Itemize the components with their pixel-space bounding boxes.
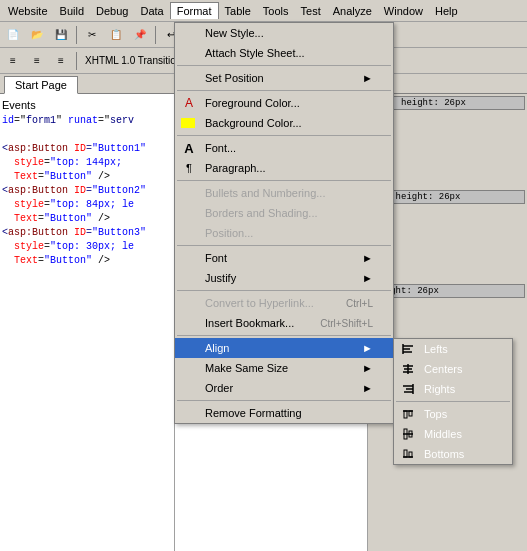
menu-item-bg-color[interactable]: Background Color...: [175, 113, 393, 133]
code-line-btn3-text: Text="Button" />: [2, 254, 172, 268]
submenu-item-lefts[interactable]: Lefts: [394, 339, 512, 359]
menubar-item-window[interactable]: Window: [378, 3, 429, 19]
menu-sep-1: [177, 65, 391, 66]
tab-start-page[interactable]: Start Page: [4, 76, 78, 94]
menubar-item-build[interactable]: Build: [54, 3, 90, 19]
align-lefts-icon: [400, 341, 416, 357]
code-line-btn2: <asp:Button ID="Button2": [2, 184, 172, 198]
align-tops-icon: [400, 406, 416, 422]
align-arrow-icon: ►: [352, 342, 373, 354]
menu-item-remove-format[interactable]: Remove Formatting: [175, 403, 393, 423]
code-line-blank: [2, 128, 172, 142]
code-line-btn1-style: style="top: 144px;: [2, 156, 172, 170]
set-position-arrow-icon: ►: [352, 72, 373, 84]
menu-sep-2: [177, 90, 391, 91]
toolbar-sep-2: [155, 26, 156, 44]
menu-item-new-style[interactable]: New Style...: [175, 23, 393, 43]
paragraph-icon: ¶: [181, 160, 197, 176]
menu-sep-5: [177, 245, 391, 246]
menu-item-font2[interactable]: Font ►: [175, 248, 393, 268]
align-bottoms-icon: [400, 446, 416, 462]
open-btn[interactable]: 📂: [26, 25, 48, 45]
code-line-btn2-text: Text="Button" />: [2, 212, 172, 226]
submenu-item-tops[interactable]: Tops: [394, 404, 512, 424]
same-size-arrow-icon: ►: [352, 362, 373, 374]
font-icon: A: [181, 140, 197, 156]
menu-item-align[interactable]: Align ► Lefts: [175, 338, 393, 358]
menu-item-hyperlink[interactable]: Convert to Hyperlink... Ctrl+L: [175, 293, 393, 313]
justify-arrow-icon: ►: [352, 272, 373, 284]
code-line-1: id="form1" runat="serv: [2, 114, 172, 128]
submenu-sep-1: [396, 401, 510, 402]
order-arrow-icon: ►: [352, 382, 373, 394]
save-btn[interactable]: 💾: [50, 25, 72, 45]
submenu-item-bottoms[interactable]: Bottoms: [394, 444, 512, 464]
align-left-btn[interactable]: ≡: [2, 51, 24, 71]
menubar-item-table[interactable]: Table: [219, 3, 257, 19]
menu-item-order[interactable]: Order ►: [175, 378, 393, 398]
code-line-btn3: <asp:Button ID="Button3": [2, 226, 172, 240]
svg-rect-18: [404, 450, 407, 457]
code-line-btn3-style: style="top: 30px; le: [2, 240, 172, 254]
menu-sep-3: [177, 135, 391, 136]
menu-item-borders[interactable]: Borders and Shading...: [175, 203, 393, 223]
menu-item-justify[interactable]: Justify ►: [175, 268, 393, 288]
menubar-item-test[interactable]: Test: [295, 3, 327, 19]
menubar: Website Build Debug Data Format Table To…: [0, 0, 527, 22]
paste-btn[interactable]: 📌: [129, 25, 151, 45]
menubar-item-analyze[interactable]: Analyze: [327, 3, 378, 19]
format-dropdown-menu[interactable]: New Style... Attach Style Sheet... Set P…: [174, 22, 394, 424]
copy-btn[interactable]: 📋: [105, 25, 127, 45]
menu-item-bullets[interactable]: Bullets and Numbering...: [175, 183, 393, 203]
new-btn[interactable]: 📄: [2, 25, 24, 45]
fg-color-icon: A: [181, 95, 197, 111]
menu-item-set-position[interactable]: Set Position ►: [175, 68, 393, 88]
align-rights-icon: [400, 381, 416, 397]
menubar-item-debug[interactable]: Debug: [90, 3, 134, 19]
menubar-item-format[interactable]: Format: [170, 2, 219, 19]
menu-item-position[interactable]: Position...: [175, 223, 393, 243]
menu-sep-6: [177, 290, 391, 291]
menu-item-attach-style[interactable]: Attach Style Sheet...: [175, 43, 393, 63]
bookmark-shortcut: Ctrl+Shift+L: [300, 318, 373, 329]
code-line-btn1-text: Text="Button" />: [2, 170, 172, 184]
events-label: Events: [2, 98, 172, 114]
menu-sep-4: [177, 180, 391, 181]
menu-sep-7: [177, 335, 391, 336]
menu-item-same-size[interactable]: Make Same Size ►: [175, 358, 393, 378]
menubar-item-tools[interactable]: Tools: [257, 3, 295, 19]
menubar-item-help[interactable]: Help: [429, 3, 464, 19]
toolbar-sep-1: [76, 26, 77, 44]
code-line-btn2-style: style="top: 84px; le: [2, 198, 172, 212]
align-center-btn[interactable]: ≡: [26, 51, 48, 71]
menubar-item-website[interactable]: Website: [2, 3, 54, 19]
bg-color-icon: [181, 118, 195, 128]
submenu-item-rights[interactable]: Rights: [394, 379, 512, 399]
code-line-btn1: <asp:Button ID="Button1": [2, 142, 172, 156]
menu-item-font[interactable]: A Font...: [175, 138, 393, 158]
align-centers-icon: [400, 361, 416, 377]
cut-btn[interactable]: ✂: [81, 25, 103, 45]
align-middles-icon: [400, 426, 416, 442]
menu-item-paragraph[interactable]: ¶ Paragraph...: [175, 158, 393, 178]
svg-rect-12: [404, 411, 407, 418]
hyperlink-shortcut: Ctrl+L: [326, 298, 373, 309]
align-submenu[interactable]: Lefts Centers: [393, 338, 513, 465]
font2-arrow-icon: ►: [352, 252, 373, 264]
align-right-btn[interactable]: ≡: [50, 51, 72, 71]
submenu-item-centers[interactable]: Centers: [394, 359, 512, 379]
code-panel: Events id="form1" runat="serv <asp:Butto…: [0, 94, 175, 551]
menu-item-fg-color[interactable]: A Foreground Color...: [175, 93, 393, 113]
submenu-item-middles[interactable]: Middles: [394, 424, 512, 444]
menu-sep-8: [177, 400, 391, 401]
menu-item-bookmark[interactable]: Insert Bookmark... Ctrl+Shift+L: [175, 313, 393, 333]
menubar-item-data[interactable]: Data: [134, 3, 169, 19]
toolbar-sep-4: [76, 52, 77, 70]
xhtml-label: XHTML 1.0 Transitio: [81, 55, 180, 66]
